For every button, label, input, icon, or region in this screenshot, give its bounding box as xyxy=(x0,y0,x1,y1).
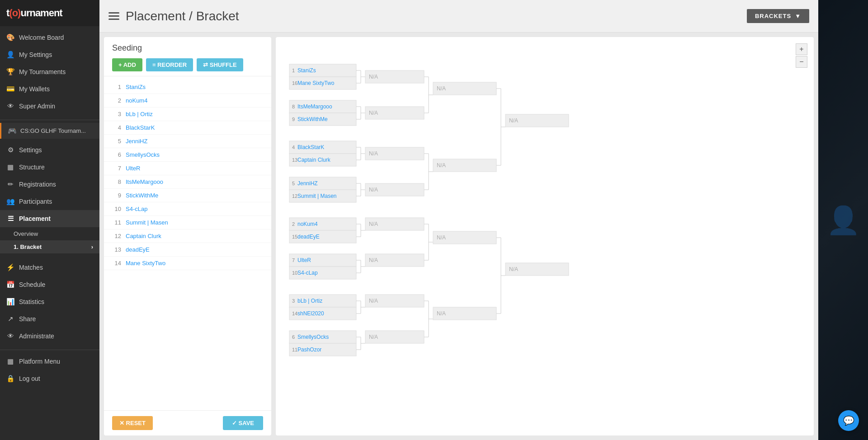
sidebar-item-participants[interactable]: 👥 Participants xyxy=(0,193,99,210)
svg-text:BlackStarK: BlackStarK xyxy=(297,144,324,150)
seeding-row: 13deadEyE xyxy=(104,243,271,257)
seeding-number: 6 xyxy=(112,151,121,158)
seeding-player-name[interactable]: S4-cLap xyxy=(126,206,259,212)
svg-text:1: 1 xyxy=(292,68,295,73)
sidebar-item-structure[interactable]: ▦ Structure xyxy=(0,159,99,176)
admin-eye-icon: 👁 xyxy=(6,332,14,340)
svg-text:StickWithMe: StickWithMe xyxy=(297,116,328,122)
seeding-player-name[interactable]: Mane SixtyTwo xyxy=(126,260,259,267)
seeding-row: 9StickWithMe xyxy=(104,189,271,202)
sidebar-item-my-settings[interactable]: 👤 My Settings xyxy=(0,46,99,63)
sidebar-label-logout: Log out xyxy=(19,375,40,382)
seeding-player-name[interactable]: StickWithMe xyxy=(126,192,259,199)
logo-area: t(o)urnament xyxy=(0,0,99,26)
reset-button[interactable]: ✕ RESET xyxy=(112,416,153,430)
calendar-icon: 📅 xyxy=(6,281,14,289)
svg-text:N/A: N/A xyxy=(369,187,378,193)
seeding-player-name[interactable]: StaniZs xyxy=(126,84,243,90)
save-button[interactable]: ✓ SAVE xyxy=(223,416,263,430)
zoom-out-button[interactable]: − xyxy=(796,56,807,68)
svg-text:StaniZs: StaniZs xyxy=(297,67,316,74)
shuffle-button[interactable]: ⇄ SHUFFLE xyxy=(197,58,243,71)
tournament-item[interactable]: 🎮 CS:GO GLHF Tournam... xyxy=(0,123,99,139)
lightning-icon: ⚡ xyxy=(6,263,14,271)
sidebar-divider-1 xyxy=(0,120,99,120)
seeding-row: 14Mane SixtyTwo xyxy=(104,257,271,270)
r3-match1: N/A N/A xyxy=(433,82,496,172)
bracket-panel: + − 1 StaniZs 16 Mane SixtyTwo xyxy=(276,37,814,435)
svg-text:Captain Clurk: Captain Clurk xyxy=(297,157,331,163)
seeding-row: 2noKum4 xyxy=(104,94,271,108)
seeding-number: 3 xyxy=(112,111,121,117)
svg-text:4: 4 xyxy=(292,145,295,150)
sidebar-label-platform-menu: Platform Menu xyxy=(19,358,60,365)
r1-match4: 5 JenniHZ 12 Summit | Masen xyxy=(289,177,356,202)
seeding-row: 3bLb | Ortiz xyxy=(104,108,271,121)
seeding-player-name[interactable]: SmellysOcks xyxy=(126,151,259,158)
sidebar-item-matches[interactable]: ⚡ Matches xyxy=(0,259,99,276)
svg-text:6: 6 xyxy=(292,334,295,340)
seeding-player-name[interactable]: BlackStarK xyxy=(126,124,259,131)
seeding-number: 13 xyxy=(112,246,121,253)
sidebar-item-my-wallets[interactable]: 💳 My Wallets xyxy=(0,80,99,98)
svg-text:9: 9 xyxy=(292,117,295,122)
svg-text:7: 7 xyxy=(292,257,295,263)
sidebar-item-logout[interactable]: 🔒 Log out xyxy=(0,370,99,387)
sidebar-item-statistics[interactable]: 📊 Statistics xyxy=(0,293,99,310)
seeding-player-name[interactable]: JenniHZ xyxy=(126,138,259,145)
sidebar-item-share[interactable]: ↗ Share xyxy=(0,310,99,328)
sidebar-item-bracket[interactable]: 1. Bracket › xyxy=(0,240,99,253)
sidebar-label-settings: Settings xyxy=(19,146,42,154)
sidebar-label-super-admin: Super Admin xyxy=(19,103,55,110)
menu-icon[interactable] xyxy=(108,12,119,20)
zoom-in-button[interactable]: + xyxy=(796,43,807,55)
chat-icon: 💬 xyxy=(843,415,854,426)
sidebar-item-my-tournaments[interactable]: 🏆 My Tournaments xyxy=(0,63,99,80)
sidebar-item-welcome-board[interactable]: 🎨 Welcome Board xyxy=(0,29,99,46)
grid-icon: ▦ xyxy=(6,163,14,171)
seeding-player-name[interactable]: deadEyE xyxy=(126,246,259,253)
r1-match2: 8 ItsMeMargooo 9 StickWithMe xyxy=(289,100,356,126)
svg-text:deadEyE: deadEyE xyxy=(297,234,320,240)
sidebar-item-administrate[interactable]: 👁 Administrate xyxy=(0,328,99,344)
r1-match3: 4 BlackStarK 13 Captain Clurk xyxy=(289,141,356,166)
reorder-button[interactable]: ≡ REORDER xyxy=(146,58,193,71)
sidebar-item-registrations[interactable]: ✏ Registrations xyxy=(0,176,99,193)
svg-text:N/A: N/A xyxy=(369,74,378,80)
main-area: Placement / Bracket BRACKETS ▼ Seeding +… xyxy=(99,0,818,440)
r2-match2: N/A N/A xyxy=(365,147,424,196)
header: Placement / Bracket BRACKETS ▼ xyxy=(99,0,818,33)
svg-text:14: 14 xyxy=(292,311,297,316)
sidebar-item-platform-menu[interactable]: ▦ Platform Menu xyxy=(0,353,99,370)
seeding-row: 10S4-cLap xyxy=(104,202,271,216)
zoom-controls: + − xyxy=(796,43,807,68)
sidebar-item-super-admin[interactable]: 👁 Super Admin xyxy=(0,98,99,114)
sidebar-item-settings[interactable]: ⚙ Settings xyxy=(0,141,99,159)
svg-text:S4-cLap: S4-cLap xyxy=(297,270,318,276)
r2-match1: N/A N/A xyxy=(365,70,424,119)
r3-match2: N/A N/A xyxy=(433,231,496,320)
seeding-player-name[interactable]: UlteR xyxy=(126,165,259,172)
seeding-player-name[interactable]: ItsMeMargooo xyxy=(126,178,259,185)
svg-text:N/A: N/A xyxy=(369,110,378,116)
seeding-lock-icon[interactable]: 🔒 xyxy=(256,83,263,90)
seeding-player-name[interactable]: Summit | Masen xyxy=(126,219,259,226)
tournament-label: CS:GO GLHF Tournam... xyxy=(20,127,86,134)
chat-button[interactable]: 💬 xyxy=(838,410,859,431)
svg-text:5: 5 xyxy=(292,181,295,186)
add-button[interactable]: + ADD xyxy=(112,58,142,71)
seeding-player-name[interactable]: noKum4 xyxy=(126,97,259,104)
seeding-remove-icon[interactable]: ✕ xyxy=(248,83,253,90)
svg-text:PashOzor: PashOzor xyxy=(297,346,321,353)
svg-text:N/A: N/A xyxy=(437,234,446,241)
sidebar-item-overview[interactable]: Overview xyxy=(0,227,99,240)
sidebar-item-placement[interactable]: ☰ Placement xyxy=(0,210,99,227)
sidebar-label-welcome-board: Welcome Board xyxy=(19,34,64,41)
brackets-button[interactable]: BRACKETS ▼ xyxy=(747,9,809,23)
seeding-row: 1StaniZs✕🔒 xyxy=(104,80,271,94)
svg-text:15: 15 xyxy=(292,234,297,239)
seeding-player-name[interactable]: Captain Clurk xyxy=(126,233,259,239)
sidebar-item-schedule[interactable]: 📅 Schedule xyxy=(0,276,99,293)
bracket-label: 1. Bracket xyxy=(14,243,42,250)
seeding-player-name[interactable]: bLb | Ortiz xyxy=(126,111,259,117)
